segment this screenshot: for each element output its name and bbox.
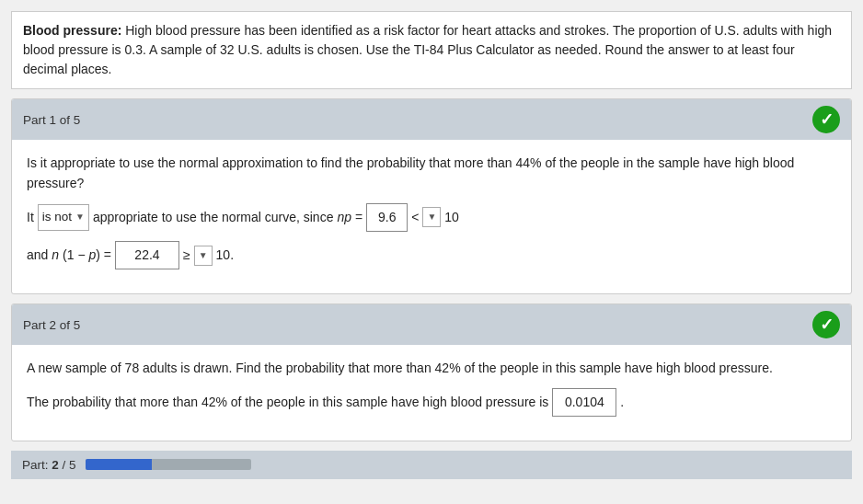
part1-comparator1-value: < xyxy=(411,206,419,229)
part1-comparator1-arrow: ▼ xyxy=(427,209,436,225)
part1-dropdown1-arrow: ▼ xyxy=(75,209,85,225)
part1-title: Part 1 of 5 xyxy=(23,113,80,127)
footer-total: 5 xyxy=(69,458,76,472)
part1-comparator2-value: ≥ xyxy=(183,244,190,267)
progress-bar xyxy=(86,459,251,470)
part1-body: Is it appropriate to use the normal appr… xyxy=(12,140,851,293)
part1-dropdown1-value: is not xyxy=(42,206,72,228)
footer-bar: Part: 2 / 5 xyxy=(11,451,852,479)
part2-probability-value[interactable]: 0.0104 xyxy=(552,388,616,417)
part1-line1: It is not ▼ appropriate to use the norma… xyxy=(27,203,836,232)
part2-line2-suffix: . xyxy=(620,391,624,414)
part1-equals1: = xyxy=(355,206,362,229)
part1-it-prefix: It xyxy=(27,206,34,229)
part1-middle-text: appropriate to use the normal curve, sin… xyxy=(93,206,333,229)
intro-text: High blood pressure has been identified … xyxy=(23,23,832,76)
part2-line1: A new sample of 78 adults is drawn. Find… xyxy=(27,358,836,378)
part2-body: A new sample of 78 adults is drawn. Find… xyxy=(12,345,851,441)
part1-header: Part 1 of 5 ✓ xyxy=(12,99,851,140)
part1-dropdown1[interactable]: is not ▼ xyxy=(38,204,89,230)
part1-question: Is it appropriate to use the normal appr… xyxy=(27,153,836,194)
part1-line2: and n (1 − p) = 22.4 ≥ ▼ 10. xyxy=(27,241,836,269)
part2-header: Part 2 of 5 ✓ xyxy=(12,304,851,345)
part1-and-prefix: and xyxy=(27,244,48,267)
part1-np-value[interactable]: 9.6 xyxy=(366,203,408,232)
footer-label: Part: 2 / 5 xyxy=(22,458,76,472)
part1-threshold2: 10. xyxy=(216,244,234,267)
part2-card: Part 2 of 5 ✓ A new sample of 78 adults … xyxy=(11,304,852,441)
part1-card: Part 1 of 5 ✓ Is it appropriate to use t… xyxy=(11,98,852,294)
progress-bar-fill xyxy=(86,459,152,470)
part1-threshold1: 10 xyxy=(444,206,459,229)
part1-n1p-value[interactable]: 22.4 xyxy=(115,241,179,269)
part1-checkmark: ✓ xyxy=(812,106,840,133)
part1-n1p-label: n (1 − p) = xyxy=(52,244,111,267)
footer-bold-val: 2 xyxy=(52,458,59,472)
intro-bold: Blood pressure: xyxy=(23,23,121,38)
part2-line2-prefix: The probability that more than 42% of th… xyxy=(27,391,548,414)
part1-comparator1-dropdown[interactable]: ▼ xyxy=(422,207,441,227)
part2-title: Part 2 of 5 xyxy=(23,318,80,332)
part1-comparator2-arrow: ▼ xyxy=(199,247,208,264)
part2-line2: The probability that more than 42% of th… xyxy=(27,388,836,417)
part2-checkmark: ✓ xyxy=(812,311,840,338)
intro-section: Blood pressure: High blood pressure has … xyxy=(11,11,852,89)
part1-np-label: np xyxy=(337,206,351,229)
footer-slash: / xyxy=(63,458,66,472)
part1-comparator2-dropdown[interactable]: ▼ xyxy=(194,246,213,266)
